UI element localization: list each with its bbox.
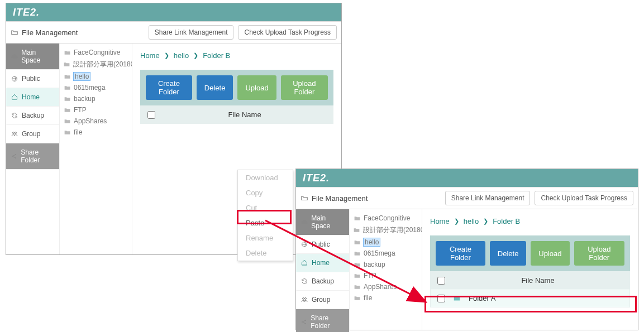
tree-item[interactable]: 設計部分享用(201808 xyxy=(62,58,130,71)
check-upload-progress-button[interactable]: Check Upload Task Progress xyxy=(535,191,633,205)
chevron-right-icon: ❯ xyxy=(164,52,169,59)
svg-point-8 xyxy=(305,298,307,300)
chevron-right-icon: ❯ xyxy=(193,52,198,59)
context-menu-item-download: Download xyxy=(238,170,293,185)
sidebar-item-main-space[interactable]: Main Space xyxy=(296,209,349,235)
globe-icon xyxy=(300,240,308,248)
breadcrumb-link[interactable]: Folder B xyxy=(203,51,230,60)
tree-item[interactable]: hello xyxy=(62,71,130,82)
sidebar-item-label: Share Folder xyxy=(311,314,345,330)
tree-item[interactable]: file xyxy=(352,292,419,304)
folder-icon xyxy=(63,117,71,125)
folder-icon xyxy=(63,73,71,80)
context-menu-item-copy: Copy xyxy=(238,185,293,200)
share-link-management-button[interactable]: Share Link Management xyxy=(445,191,531,205)
sidebar-item-backup[interactable]: Backup xyxy=(296,272,349,291)
tree-item[interactable]: FaceCongnitive xyxy=(352,213,419,224)
tree-item[interactable]: backup xyxy=(352,259,419,270)
svg-point-5 xyxy=(15,157,16,158)
table-row[interactable]: Folder A xyxy=(431,289,629,307)
tree-item[interactable]: FaceCongnitive xyxy=(62,47,130,58)
breadcrumb-link[interactable]: Home xyxy=(140,51,160,60)
brand-logo: ITE2. xyxy=(303,172,330,184)
tree-item[interactable]: FTP xyxy=(352,270,419,281)
upload-button[interactable]: Upload xyxy=(237,75,276,100)
svg-point-10 xyxy=(305,320,306,321)
chevron-right-icon: ❯ xyxy=(454,218,459,225)
delete-button[interactable]: Delete xyxy=(490,241,527,266)
folder-icon xyxy=(453,295,461,302)
breadcrumb-link[interactable]: hello xyxy=(174,51,189,60)
upload-button[interactable]: Upload xyxy=(531,241,569,266)
chevron-right-icon: ❯ xyxy=(483,218,488,225)
sidebar-item-label: Share Folder xyxy=(21,148,55,164)
action-bar: Create Folder Delete Upload Upload Folde… xyxy=(430,235,630,271)
file-table: File Name Folder A xyxy=(430,271,630,307)
row-checkbox[interactable] xyxy=(437,295,445,302)
svg-point-11 xyxy=(305,323,306,324)
tree-item[interactable]: backup xyxy=(62,93,130,104)
sidebar-item-label: Backup xyxy=(22,112,44,119)
column-header-filename: File Name xyxy=(453,276,623,285)
sidebar-item-home[interactable]: Home xyxy=(6,88,59,107)
delete-button[interactable]: Delete xyxy=(197,75,233,100)
share-link-management-button[interactable]: Share Link Management xyxy=(149,25,234,40)
create-folder-button[interactable]: Create Folder xyxy=(146,75,192,100)
create-folder-button[interactable]: Create Folder xyxy=(436,241,485,266)
folder-icon xyxy=(353,227,360,234)
tree-item[interactable]: hello xyxy=(352,237,419,248)
sidebar-item-group[interactable]: Group xyxy=(6,125,59,143)
file-table: File Name xyxy=(140,105,333,124)
sidebar-item-share-folder[interactable]: Share Folder xyxy=(6,143,59,170)
breadcrumb-link[interactable]: Home xyxy=(430,217,450,225)
sidebar-item-label: Public xyxy=(22,75,40,83)
sidebar-item-public[interactable]: Public xyxy=(296,235,349,254)
breadcrumb: Home ❯ hello ❯ Folder B xyxy=(140,50,333,70)
window-before: ITE2. File Management Share Link Managem… xyxy=(6,3,342,255)
tree-item[interactable]: FTP xyxy=(62,104,130,116)
select-all-checkbox[interactable] xyxy=(147,111,155,119)
page-title: File Management xyxy=(312,194,368,203)
breadcrumb-link[interactable]: Folder B xyxy=(493,217,520,225)
tree-item[interactable]: 0615mega xyxy=(62,82,130,93)
folder-icon xyxy=(353,294,361,302)
sidebar-item-public[interactable]: Public xyxy=(6,70,59,88)
svg-point-3 xyxy=(12,156,13,157)
svg-point-9 xyxy=(302,321,303,323)
refresh-icon xyxy=(11,112,18,119)
upload-folder-button[interactable]: Upload Folder xyxy=(281,75,328,100)
sidebar-item-label: Group xyxy=(22,130,40,138)
tree-item[interactable]: AppShares xyxy=(352,281,419,292)
window-after: ITE2. File Management Share Link Managem… xyxy=(295,169,638,330)
tree-item[interactable]: file xyxy=(62,127,130,138)
folder-open-icon xyxy=(300,194,308,202)
group-icon xyxy=(300,296,308,304)
sidebar-item-share-folder[interactable]: Share Folder xyxy=(296,309,349,332)
context-menu-item-paste[interactable]: Paste xyxy=(238,215,293,230)
folder-icon xyxy=(353,238,361,246)
svg-point-4 xyxy=(15,154,16,155)
select-all-checkbox[interactable] xyxy=(437,277,445,285)
tree-item[interactable]: AppShares xyxy=(62,116,130,127)
group-icon xyxy=(11,130,18,138)
upload-folder-button[interactable]: Upload Folder xyxy=(574,241,624,266)
sidebar-item-home[interactable]: Home xyxy=(296,254,349,272)
sidebar-item-main-space[interactable]: Main Space xyxy=(6,44,59,70)
main-panel: Home ❯ hello ❯ Folder B Create Folder De… xyxy=(422,209,638,330)
breadcrumb-link[interactable]: hello xyxy=(464,217,479,225)
sidebar-item-backup[interactable]: Backup xyxy=(6,107,59,125)
top-toolbar: File Management Share Link Management Ch… xyxy=(6,21,341,44)
sidebar: Main Space Public Home Backup Group Shar… xyxy=(6,44,60,254)
folder-tree: FaceCongnitive 設計部分享用(201808 hello 0615m… xyxy=(60,44,132,254)
home-icon xyxy=(11,93,18,101)
cloud-icon xyxy=(11,52,18,60)
context-menu: Download Copy Cut Paste Rename Delete xyxy=(237,170,293,261)
svg-point-1 xyxy=(13,132,15,134)
breadcrumb: Home ❯ hello ❯ Folder B xyxy=(430,216,630,235)
check-upload-progress-button[interactable]: Check Upload Task Progress xyxy=(238,25,337,40)
tree-item[interactable]: 設計部分享用(201808 xyxy=(352,224,419,237)
top-toolbar: File Management Share Link Management Ch… xyxy=(296,187,638,209)
folder-icon xyxy=(353,272,361,280)
sidebar-item-group[interactable]: Group xyxy=(296,291,349,309)
tree-item[interactable]: 0615mega xyxy=(352,248,419,259)
